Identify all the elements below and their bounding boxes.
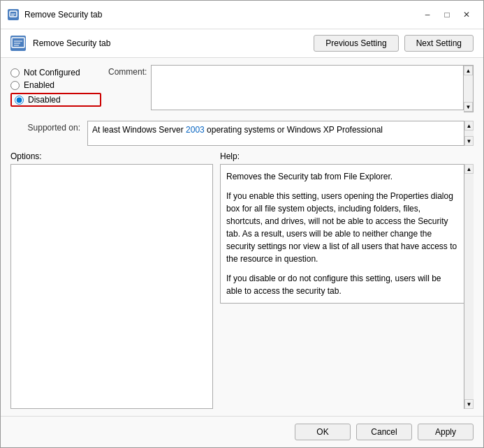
disabled-radio[interactable]: Disabled xyxy=(10,93,101,107)
svg-rect-3 xyxy=(12,38,24,47)
content-area: Not Configured Enabled Disabled Comment: xyxy=(1,58,483,416)
main-window: Remove Security tab – □ ✕ Remove Securit… xyxy=(0,0,484,448)
help-scrollbar[interactable]: ▲ ▼ xyxy=(464,164,474,409)
help-box: Removes the Security tab from File Explo… xyxy=(220,164,474,304)
help-scroll-down[interactable]: ▼ xyxy=(464,399,474,409)
supported-scroll-down[interactable]: ▼ xyxy=(464,136,474,146)
options-help-labels: Options: Help: xyxy=(10,151,474,161)
cancel-button[interactable]: Cancel xyxy=(356,424,412,440)
next-setting-button[interactable]: Next Setting xyxy=(404,35,474,52)
supported-label: Supported on: xyxy=(10,121,80,133)
footer: OK Cancel Apply xyxy=(1,416,483,447)
supported-scroll-up[interactable]: ▲ xyxy=(464,121,474,130)
close-button[interactable]: ✕ xyxy=(457,6,476,23)
options-label: Options: xyxy=(10,151,42,161)
help-para-3: If you disable or do not configure this … xyxy=(226,272,457,297)
scroll-up-arrow[interactable]: ▲ xyxy=(464,66,473,75)
comment-textarea[interactable] xyxy=(151,65,464,110)
window-title: Remove Security tab xyxy=(24,10,418,20)
title-bar: Remove Security tab – □ ✕ xyxy=(1,1,483,29)
supported-box: At least Windows Server 2003 operating s… xyxy=(87,121,474,146)
header-title: Remove Security tab xyxy=(33,38,307,48)
supported-row: Supported on: At least Windows Server 20… xyxy=(10,121,474,146)
comment-scrollbar[interactable]: ▲ ▼ xyxy=(464,65,474,112)
header-buttons: Previous Setting Next Setting xyxy=(314,35,474,52)
maximize-button[interactable]: □ xyxy=(437,6,457,23)
disabled-label: Disabled xyxy=(28,95,61,105)
scroll-down-arrow[interactable]: ▼ xyxy=(464,102,473,112)
supported-text: At least Windows Server 2003 operating s… xyxy=(92,125,383,135)
enabled-radio[interactable]: Enabled xyxy=(10,80,101,90)
options-help-boxes: Removes the Security tab from File Explo… xyxy=(10,164,474,409)
previous-setting-button[interactable]: Previous Setting xyxy=(314,35,398,52)
not-configured-radio[interactable]: Not Configured xyxy=(10,68,101,77)
supported-scrollbar[interactable]: ▲ ▼ xyxy=(464,121,474,146)
radio-group: Not Configured Enabled Disabled xyxy=(10,65,101,112)
enabled-label: Enabled xyxy=(24,80,54,90)
comment-label: Comment: xyxy=(108,65,147,77)
window-controls: – □ ✕ xyxy=(418,6,476,23)
top-section: Not Configured Enabled Disabled Comment: xyxy=(10,65,474,112)
header-row: Remove Security tab Previous Setting Nex… xyxy=(1,29,483,58)
apply-button[interactable]: Apply xyxy=(418,424,474,440)
help-label: Help: xyxy=(220,151,240,161)
not-configured-label: Not Configured xyxy=(24,68,80,77)
ok-button[interactable]: OK xyxy=(295,424,351,440)
help-para-1: Removes the Security tab from File Explo… xyxy=(226,170,457,183)
help-para-2: If you enable this setting, users openin… xyxy=(226,190,457,265)
minimize-button[interactable]: – xyxy=(418,6,437,23)
header-icon xyxy=(10,36,26,51)
window-icon xyxy=(8,9,19,20)
help-scroll-up[interactable]: ▲ xyxy=(464,164,474,174)
options-box xyxy=(10,164,213,409)
